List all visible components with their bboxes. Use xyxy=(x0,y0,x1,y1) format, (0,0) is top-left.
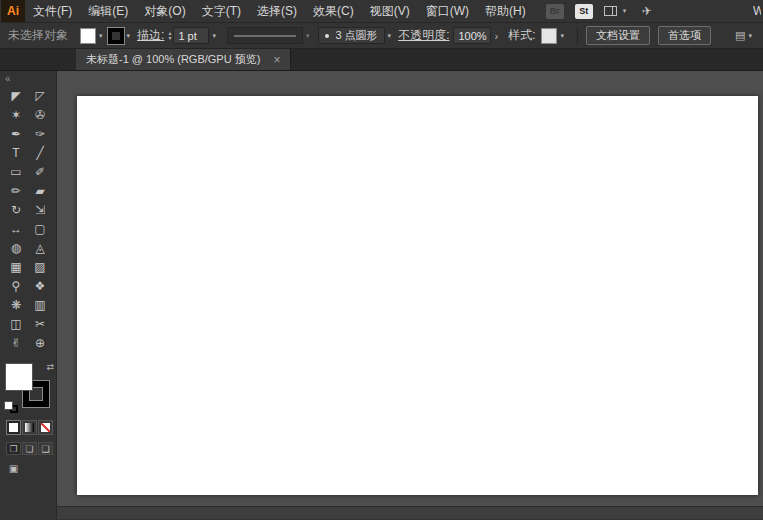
stroke-dropdown-icon[interactable]: ▾ xyxy=(127,32,131,40)
zoom-tool[interactable]: ⊕ xyxy=(28,333,52,352)
pen-tool[interactable]: ✒ xyxy=(4,124,28,143)
blend-tool[interactable]: ❖ xyxy=(28,276,52,295)
fill-stroke-indicator: ⇄ xyxy=(6,364,52,410)
brush-definition-dropdown[interactable]: 3 点圆形 xyxy=(318,27,384,44)
stroke-color-swatch[interactable] xyxy=(108,28,124,44)
clipped-right-text: W xyxy=(753,4,761,18)
drawing-mode-buttons: ❐ ❏ ❑ xyxy=(6,442,56,455)
width-profile-dropdown[interactable] xyxy=(227,27,303,44)
brush-definition-dropdown-icon[interactable]: ▾ xyxy=(388,32,392,40)
menu-help[interactable]: 帮助(H) xyxy=(477,3,534,20)
tool-grid: ◤ ◸ ✶ ✇ ✒ ✑ T ╱ ▭ ✐ ✏ ▰ ↻ ⇲ ↔ ▢ ◍ ◬ ▦ ▨ xyxy=(0,86,56,352)
paintbrush-tool[interactable]: ✐ xyxy=(28,162,52,181)
stroke-panel-link[interactable]: 描边: xyxy=(137,27,164,44)
preferences-button[interactable]: 首选项 xyxy=(658,26,711,45)
document-setup-button[interactable]: 文档设置 xyxy=(586,26,650,45)
menu-edit[interactable]: 编辑(E) xyxy=(80,3,136,20)
gradient-icon xyxy=(25,423,34,432)
opacity-panel-link[interactable]: 不透明度: xyxy=(398,27,449,44)
stock-icon[interactable]: St xyxy=(575,4,593,19)
rectangle-tool[interactable]: ▭ xyxy=(4,162,28,181)
type-tool[interactable]: T xyxy=(4,143,28,162)
opacity-input[interactable]: 100% xyxy=(453,27,491,44)
stroke-weight-stepper[interactable]: ▴ ▾ xyxy=(168,31,171,41)
color-button[interactable] xyxy=(6,420,21,435)
artboard-tool[interactable]: ◫ xyxy=(4,314,28,333)
menu-bar: Ai 文件(F) 编辑(E) 对象(O) 文字(T) 选择(S) 效果(C) 视… xyxy=(0,0,763,23)
magic-wand-tool[interactable]: ✶ xyxy=(4,105,28,124)
fill-color-swatch[interactable] xyxy=(80,28,96,44)
canvas-pasteboard[interactable] xyxy=(57,71,763,519)
chevron-down-icon: ▾ xyxy=(623,7,627,15)
none-button[interactable] xyxy=(38,420,53,435)
screen-mode-row: ▣ xyxy=(6,462,56,475)
selection-tool[interactable]: ◤ xyxy=(4,86,28,105)
menu-type[interactable]: 文字(T) xyxy=(194,3,249,20)
perspective-grid-tool[interactable]: ◬ xyxy=(28,238,52,257)
direct-selection-tool[interactable]: ◸ xyxy=(28,86,52,105)
free-transform-tool[interactable]: ▢ xyxy=(28,219,52,238)
menu-view[interactable]: 视图(V) xyxy=(362,3,418,20)
arrange-documents-icon xyxy=(604,6,617,16)
hand-tool[interactable]: ✌ xyxy=(4,333,28,352)
brush-definition-value: 3 点圆形 xyxy=(335,28,377,43)
divider xyxy=(577,27,578,45)
draw-normal-button[interactable]: ❐ xyxy=(6,442,21,455)
curvature-tool[interactable]: ✑ xyxy=(28,124,52,143)
arrange-documents-button[interactable]: ▾ xyxy=(604,6,632,16)
bridge-icon[interactable]: Br xyxy=(546,4,564,19)
collapse-toolbar-icon[interactable]: « xyxy=(0,71,56,86)
eyedropper-tool[interactable]: ⚲ xyxy=(4,276,28,295)
draw-behind-button[interactable]: ❏ xyxy=(22,442,37,455)
swap-fill-stroke-icon[interactable]: ⇄ xyxy=(46,362,54,372)
symbol-sprayer-tool[interactable]: ❋ xyxy=(4,295,28,314)
menu-effect[interactable]: 效果(C) xyxy=(305,3,362,20)
none-icon xyxy=(41,423,50,432)
gpu-performance-icon[interactable]: ✈ xyxy=(641,3,653,18)
slice-tool[interactable]: ✂ xyxy=(28,314,52,333)
scale-tool[interactable]: ⇲ xyxy=(28,200,52,219)
tab-close-icon[interactable]: × xyxy=(273,54,280,66)
menubar-icon-group: Br St ▾ ✈ xyxy=(546,4,653,19)
fill-dropdown-icon[interactable]: ▾ xyxy=(99,32,103,40)
opacity-chevron-icon[interactable]: › xyxy=(494,30,498,42)
width-profile-dropdown-icon[interactable]: ▾ xyxy=(306,32,310,40)
shaper-tool[interactable]: ✏ xyxy=(4,181,28,200)
column-graph-tool[interactable]: ▥ xyxy=(28,295,52,314)
draw-inside-button[interactable]: ❑ xyxy=(38,442,53,455)
menu-select[interactable]: 选择(S) xyxy=(249,3,305,20)
illustrator-window: Ai 文件(F) 编辑(E) 对象(O) 文字(T) 选择(S) 效果(C) 视… xyxy=(0,0,763,520)
horizontal-scrollbar[interactable] xyxy=(57,506,763,519)
control-bar: 未选择对象 ▾ ▾ 描边: ▴ ▾ 1 pt ▾ ▾ 3 点圆形 ▾ 不透明度:… xyxy=(0,23,763,49)
gradient-tool[interactable]: ▨ xyxy=(28,257,52,276)
artboard[interactable] xyxy=(77,96,758,495)
stroke-weight-input[interactable]: 1 pt xyxy=(173,27,209,44)
gradient-button[interactable] xyxy=(22,420,37,435)
panel-icon: ▤ xyxy=(735,29,745,42)
stroke-weight-dropdown-icon[interactable]: ▾ xyxy=(212,32,216,40)
menu-file[interactable]: 文件(F) xyxy=(25,3,80,20)
style-dropdown-icon[interactable]: ▾ xyxy=(560,32,564,40)
line-segment-tool[interactable]: ╱ xyxy=(28,143,52,162)
change-screen-mode-button[interactable]: ▣ xyxy=(6,462,21,475)
document-tab[interactable]: 未标题-1 @ 100% (RGB/GPU 预览) × xyxy=(76,49,291,70)
menu-window[interactable]: 窗口(W) xyxy=(418,3,477,20)
selection-status-label: 未选择对象 xyxy=(8,27,68,44)
shape-builder-tool[interactable]: ◍ xyxy=(4,238,28,257)
default-fill-stroke-icon[interactable] xyxy=(5,402,18,413)
eraser-tool[interactable]: ▰ xyxy=(28,181,52,200)
menu-object[interactable]: 对象(O) xyxy=(136,3,193,20)
document-tab-bar: 未标题-1 @ 100% (RGB/GPU 预览) × xyxy=(0,49,763,71)
control-bar-menu-button[interactable]: ▤ ▾ xyxy=(735,29,757,42)
document-tab-title: 未标题-1 @ 100% (RGB/GPU 预览) xyxy=(86,52,260,67)
width-tool[interactable]: ↔ xyxy=(4,219,28,238)
graphic-style-swatch[interactable] xyxy=(541,28,557,44)
illustrator-logo-icon: Ai xyxy=(1,0,25,22)
lasso-tool[interactable]: ✇ xyxy=(28,105,52,124)
fill-swatch[interactable] xyxy=(6,364,32,390)
mesh-tool[interactable]: ▦ xyxy=(4,257,28,276)
color-icon xyxy=(9,423,18,432)
rotate-tool[interactable]: ↻ xyxy=(4,200,28,219)
stepper-down-icon[interactable]: ▾ xyxy=(168,36,171,41)
style-label: 样式: xyxy=(508,27,535,44)
